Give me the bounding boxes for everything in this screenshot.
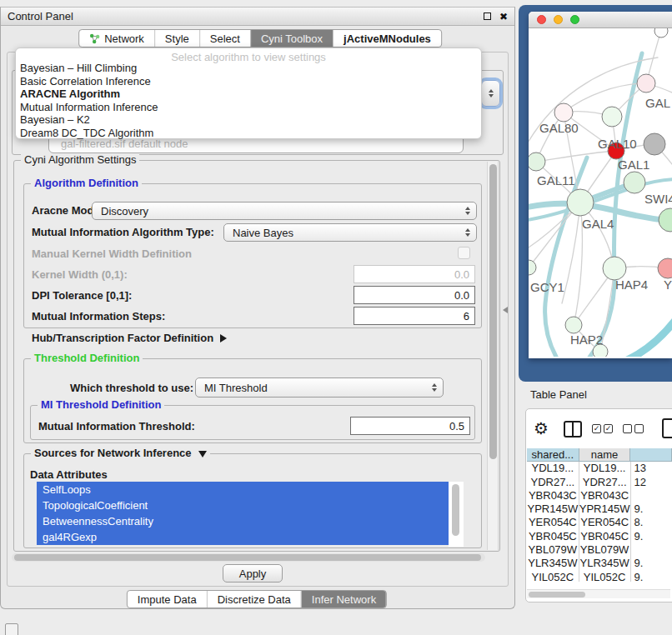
- network-node-hap4[interactable]: [603, 257, 626, 280]
- dpi-tolerance-field[interactable]: 0.0: [354, 286, 475, 304]
- algorithm-menu-item[interactable]: Bayesian – Hill Climbing: [16, 62, 481, 75]
- table-cell: YIL052C: [527, 571, 579, 582]
- table-row[interactable]: YLR345WYLR345W9.: [527, 557, 672, 570]
- sources-group-title[interactable]: Sources for Network Inference: [31, 447, 210, 459]
- algorithm-menu-list: Bayesian – Hill ClimbingBasic Correlatio…: [16, 62, 481, 139]
- network-node-hap2[interactable]: [565, 317, 582, 333]
- network-node-gal[interactable]: [637, 74, 655, 92]
- tab-select[interactable]: Select: [199, 30, 250, 47]
- algorithm-combo-stepper-focused[interactable]: [481, 80, 500, 107]
- mi-threshold-field[interactable]: 0.5: [350, 417, 470, 435]
- manual-kernel-checkbox[interactable]: [458, 247, 470, 259]
- data-attribute-item[interactable]: TopologicalCoefficient: [37, 498, 449, 513]
- data-attribute-item[interactable]: SelfLoops: [37, 482, 449, 498]
- table-row[interactable]: YBR045CYBR045C9.: [527, 530, 672, 543]
- tab-infer-network[interactable]: Infer Network: [301, 591, 386, 608]
- table-row[interactable]: YDR27...YDR27...12: [527, 476, 672, 489]
- control-panel-titlebar: Control Panel ✖: [1, 8, 514, 26]
- algorithm-menu-item[interactable]: Dream8 DC_TDC Algorithm: [16, 127, 481, 140]
- data-attribute-item[interactable]: BetweennessCentrality: [37, 513, 449, 529]
- apply-button[interactable]: Apply: [223, 564, 283, 582]
- network-node-gal4[interactable]: [567, 189, 594, 216]
- settings-scrollbar-thumb[interactable]: [489, 164, 497, 459]
- mi-threshold-value: 0.5: [449, 420, 464, 432]
- network-node-y[interactable]: [658, 258, 672, 278]
- table-body[interactable]: YDL19...YDL19...13YDR27...YDR27...12YBR0…: [527, 462, 672, 582]
- tab-style[interactable]: Style: [154, 30, 199, 47]
- zoom-traffic-light-icon[interactable]: [570, 15, 579, 24]
- close-panel-icon[interactable]: ✖: [499, 12, 508, 22]
- table-cell: YBL079W: [527, 543, 579, 557]
- float-window-icon[interactable]: [484, 12, 491, 20]
- select-all-checks-icon[interactable]: ✓✓: [592, 424, 613, 433]
- network-node-gal10[interactable]: [602, 107, 622, 127]
- algorithm-menu-item[interactable]: ARACNE Algorithm: [16, 88, 481, 101]
- hub-definition-toggle[interactable]: Hub/Transcription Factor Definition: [32, 332, 227, 344]
- network-node[interactable]: [654, 28, 668, 38]
- table-row[interactable]: YBL079WYBL079W: [527, 543, 672, 557]
- tab-discretize-data[interactable]: Discretize Data: [207, 591, 301, 608]
- table-cell: YBR045C: [579, 530, 631, 543]
- network-canvas[interactable]: GALGAL80GAL10GAL11SWI4GAL4GCY1HAP4YHAP2G…: [529, 28, 672, 357]
- clear-checks-icon[interactable]: [623, 424, 644, 433]
- network-node-swi4[interactable]: [624, 172, 645, 193]
- table-row[interactable]: YBR043CYBR043C: [527, 489, 672, 502]
- kernel-width-field[interactable]: 0.0: [354, 265, 475, 283]
- attributes-scrollbar-thumb[interactable]: [452, 484, 459, 536]
- aracne-mode-value: Discovery: [101, 205, 148, 218]
- mi-steps-value: 6: [464, 310, 469, 322]
- network-node-gcy1[interactable]: [529, 260, 536, 275]
- mi-steps-field[interactable]: 6: [354, 307, 475, 325]
- algorithm-menu-item[interactable]: Bayesian – K2: [16, 113, 481, 127]
- data-attribute-item[interactable]: gal4RGexp: [37, 529, 449, 545]
- columns-browse-icon[interactable]: [564, 421, 582, 438]
- node-label: GAL80: [539, 121, 579, 135]
- combo-stepper-icon: [432, 383, 437, 392]
- mi-algorithm-type-combo[interactable]: Naive Bayes: [223, 223, 477, 242]
- settings-horizontal-scrollbar[interactable]: [12, 553, 485, 562]
- table-cell: YPR145W: [527, 502, 579, 516]
- table-column-header[interactable]: name: [579, 448, 631, 462]
- table-cell: 9.: [631, 502, 672, 516]
- new-table-icon[interactable]: [662, 418, 672, 438]
- network-node-gal80[interactable]: [554, 103, 573, 122]
- data-attributes-label: Data Attributes: [30, 468, 108, 481]
- which-threshold-combo[interactable]: MI Threshold: [195, 378, 444, 398]
- table-column-header[interactable]: shared...: [527, 448, 579, 462]
- mi-algorithm-type-label: Mutual Information Algorithm Type:: [32, 226, 214, 238]
- minimized-panel-icon[interactable]: [5, 623, 18, 635]
- combo-stepper-icon: [465, 228, 470, 237]
- attributes-list-scrollbar[interactable]: [449, 482, 464, 547]
- table-horizontal-scrollbar[interactable]: [527, 589, 670, 598]
- node-label: GAL4: [582, 217, 614, 231]
- table-column-header[interactable]: [630, 448, 672, 462]
- tab-network[interactable]: Network: [79, 30, 154, 47]
- algorithm-menu-item[interactable]: Basic Correlation Inference: [16, 75, 481, 88]
- tab-cyni-toolbox[interactable]: Cyni Toolbox: [250, 30, 333, 47]
- network-node-gal11[interactable]: [529, 152, 545, 171]
- network-edge: [627, 316, 672, 357]
- minimize-traffic-light-icon[interactable]: [554, 15, 563, 24]
- network-node[interactable]: [659, 208, 672, 232]
- table-row[interactable]: YDL19...YDL19...13: [527, 462, 672, 475]
- algorithm-menu-item[interactable]: Mutual Information Inference: [16, 101, 481, 114]
- table-cell: YBR043C: [579, 489, 631, 502]
- table-row[interactable]: YPR145WYPR145W9.: [527, 502, 672, 516]
- tab-impute-data[interactable]: Impute Data: [128, 591, 207, 608]
- network-node[interactable]: [644, 133, 665, 155]
- table-cell: [631, 489, 672, 502]
- table-row[interactable]: YIL052CYIL052C9.: [527, 571, 672, 582]
- data-attributes-list[interactable]: SelfLoopsTopologicalCoefficientBetweenne…: [37, 482, 449, 547]
- aracne-mode-combo[interactable]: Discovery: [92, 202, 477, 220]
- gear-icon[interactable]: ⚙: [534, 420, 549, 437]
- settings-vertical-scrollbar[interactable]: [487, 162, 499, 550]
- table-cell: YLR345W: [579, 557, 631, 570]
- table-row[interactable]: YER054CYER054C8.: [527, 516, 672, 529]
- close-traffic-light-icon[interactable]: [537, 15, 546, 24]
- table-scrollbar-thumb[interactable]: [529, 592, 585, 598]
- table-cell: 13: [631, 462, 672, 475]
- splitter-collapse-icon[interactable]: [503, 307, 508, 313]
- node-label: Y: [664, 278, 672, 292]
- horizontal-scrollbar-thumb[interactable]: [14, 554, 481, 561]
- tab-jactivemnodules[interactable]: jActiveMNodules: [333, 30, 441, 47]
